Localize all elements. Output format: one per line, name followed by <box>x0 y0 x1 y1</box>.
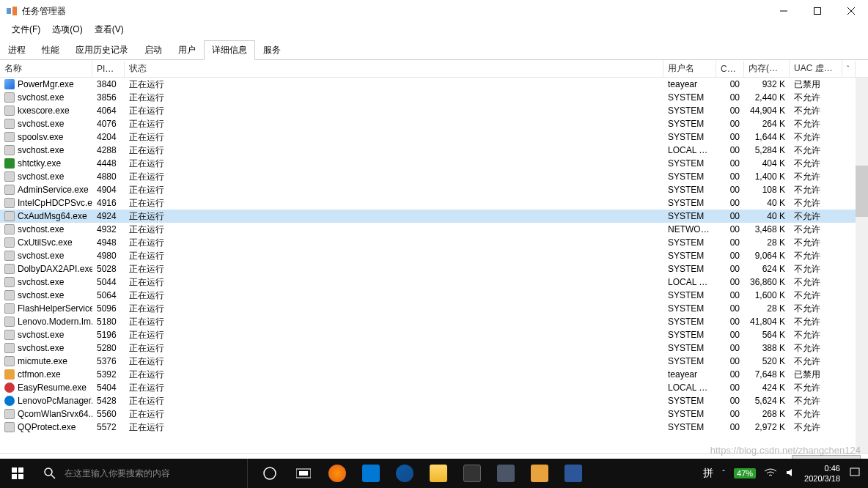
tab-app-history[interactable]: 应用历史记录 <box>67 40 136 60</box>
process-status: 正在运行 <box>125 196 663 210</box>
tab-details[interactable]: 详细信息 <box>204 40 255 60</box>
tab-services[interactable]: 服务 <box>255 40 289 60</box>
process-icon <box>4 158 15 169</box>
app-icon-2[interactable] <box>490 459 522 488</box>
process-name: svchost.exe <box>18 330 64 340</box>
store-icon[interactable] <box>355 459 387 488</box>
table-row[interactable]: micmute.exe5376正在运行SYSTEM00520 K不允许 <box>0 355 868 368</box>
col-header-status[interactable]: 状态 <box>125 60 663 78</box>
table-row[interactable]: QQProtect.exe5572正在运行SYSTEM002,972 K不允许 <box>0 421 868 434</box>
clock-time: 0:46 <box>804 463 840 473</box>
firefox-icon[interactable] <box>321 459 353 488</box>
vertical-scrollbar[interactable] <box>856 78 868 453</box>
process-user: SYSTEM <box>663 408 716 420</box>
tab-processes[interactable]: 进程 <box>0 40 34 60</box>
taskview-icon[interactable] <box>287 459 320 488</box>
svg-rect-6 <box>12 467 17 473</box>
table-row[interactable]: svchost.exe4076正在运行SYSTEM00264 K不允许 <box>0 117 868 130</box>
table-row[interactable]: svchost.exe4288正在运行LOCAL SE...005,284 K不… <box>0 144 868 157</box>
process-user: SYSTEM <box>663 158 716 169</box>
cortana-icon[interactable] <box>254 459 286 488</box>
col-header-name[interactable]: 名称 <box>0 60 92 78</box>
taskbar-search[interactable]: 在这里输入你要搜索的内容 <box>35 459 248 488</box>
start-button[interactable] <box>0 459 35 488</box>
table-row[interactable]: shtctky.exe4448正在运行SYSTEM00404 K不允许 <box>0 157 868 170</box>
maximize-button[interactable] <box>801 0 834 22</box>
process-icon <box>4 211 15 221</box>
table-row[interactable]: svchost.exe4880正在运行SYSTEM001,400 K不允许 <box>0 170 868 183</box>
process-name: CxAudMsg64.exe <box>18 211 87 221</box>
table-row[interactable]: PowerMgr.exe3840正在运行teayear00932 K已禁用 <box>0 78 868 91</box>
table-row[interactable]: ctfmon.exe5392正在运行teayear007,648 K已禁用 <box>0 368 868 381</box>
taskbar-apps <box>248 459 696 488</box>
process-cpu: 00 <box>716 250 744 262</box>
table-row[interactable]: spoolsv.exe4204正在运行SYSTEM001,644 K不允许 <box>0 130 868 144</box>
scrollbar-thumb[interactable] <box>856 166 868 217</box>
table-row[interactable]: FlashHelperService...5096正在运行SYSTEM0028 … <box>0 302 868 315</box>
process-icon <box>4 132 15 142</box>
process-user: SYSTEM <box>663 250 716 262</box>
process-cpu: 00 <box>716 197 744 209</box>
menu-view[interactable]: 查看(V) <box>89 22 130 37</box>
table-row[interactable]: kxescore.exe4064正在运行SYSTEM0044,904 K不允许 <box>0 104 868 117</box>
tab-performance[interactable]: 性能 <box>34 40 67 60</box>
table-row[interactable]: svchost.exe5280正在运行SYSTEM00388 K不允许 <box>0 341 868 355</box>
col-header-uac[interactable]: UAC 虚拟化 <box>790 60 842 78</box>
app-icon-4[interactable] <box>557 459 589 488</box>
app-icon-3[interactable] <box>523 459 556 488</box>
process-name: svchost.exe <box>18 119 64 129</box>
process-status: 正在运行 <box>125 421 663 435</box>
process-icon <box>4 198 15 208</box>
table-row[interactable]: svchost.exe5196正在运行SYSTEM00564 K不允许 <box>0 328 868 341</box>
table-row[interactable]: IntelCpHDCPSvc.exe4916正在运行SYSTEM0040 K不允… <box>0 196 868 210</box>
table-row[interactable]: LenovoPcManager...5428正在运行SYSTEM005,624 … <box>0 394 868 407</box>
col-header-cpu[interactable]: CPU <box>716 61 744 77</box>
app-icon-1[interactable] <box>456 459 488 488</box>
col-header-memory[interactable]: 内存(活动... <box>744 60 790 78</box>
process-cpu: 00 <box>716 369 744 380</box>
edge-icon[interactable] <box>389 459 421 488</box>
table-row[interactable]: DolbyDAX2API.exe5028正在运行SYSTEM00624 K不允许 <box>0 262 868 276</box>
notification-icon[interactable] <box>849 467 861 480</box>
process-cpu: 00 <box>716 329 744 341</box>
minimize-button[interactable] <box>767 0 801 22</box>
menu-file[interactable]: 文件(F) <box>6 22 46 37</box>
table-row[interactable]: Lenovo.Modern.Im...5180正在运行SYSTEM0041,80… <box>0 315 868 328</box>
table-row[interactable]: svchost.exe3856正在运行SYSTEM002,440 K不允许 <box>0 91 868 104</box>
tab-users[interactable]: 用户 <box>170 40 204 60</box>
process-icon <box>4 171 15 182</box>
table-row[interactable]: svchost.exe4980正在运行SYSTEM009,064 K不允许 <box>0 249 868 262</box>
tab-startup[interactable]: 启动 <box>136 40 170 60</box>
wifi-icon[interactable] <box>765 468 776 478</box>
sort-asc-icon <box>114 68 120 72</box>
clock[interactable]: 0:46 2020/3/18 <box>804 463 840 484</box>
svg-rect-1 <box>12 7 17 15</box>
table-row[interactable]: svchost.exe4932正在运行NETWOR...003,468 K不允许 <box>0 223 868 236</box>
svg-rect-15 <box>850 468 859 476</box>
svg-rect-14 <box>299 471 308 476</box>
table-body[interactable]: PowerMgr.exe3840正在运行teayear00932 K已禁用svc… <box>0 78 868 453</box>
close-button[interactable] <box>834 0 868 22</box>
process-name: spoolsv.exe <box>18 132 63 142</box>
col-header-pid[interactable]: PID <box>92 61 125 77</box>
process-table: 名称 PID 状态 用户名 CPU 内存(活动... UAC 虚拟化 ˆ Pow… <box>0 60 868 453</box>
col-header-user[interactable]: 用户名 <box>663 60 716 78</box>
process-icon <box>4 79 15 89</box>
process-memory: 28 K <box>744 237 790 248</box>
process-uac: 不允许 <box>790 183 842 197</box>
battery-indicator[interactable]: 47% <box>734 468 756 478</box>
menu-options[interactable]: 选项(O) <box>46 22 88 37</box>
process-name: AdminService.exe <box>18 185 89 195</box>
table-row[interactable]: QcomWlanSrvx64....5560正在运行SYSTEM00268 K不… <box>0 407 868 421</box>
ime-indicator[interactable]: 拼 <box>703 467 713 480</box>
explorer-icon[interactable] <box>422 459 455 488</box>
table-row[interactable]: AdminService.exe4904正在运行SYSTEM00108 K不允许 <box>0 183 868 196</box>
table-row[interactable]: svchost.exe5044正在运行LOCAL SE...0036,860 K… <box>0 276 868 289</box>
tray-chevron-icon[interactable]: ˆ <box>722 469 725 478</box>
table-row[interactable]: CxAudMsg64.exe4924正在运行SYSTEM0040 K不允许 <box>0 210 868 223</box>
table-row[interactable]: svchost.exe5064正在运行SYSTEM001,600 K不允许 <box>0 289 868 302</box>
process-uac: 不允许 <box>790 130 842 144</box>
table-row[interactable]: EasyResume.exe5404正在运行LOCAL SE...00424 K… <box>0 381 868 394</box>
volume-icon[interactable] <box>785 467 795 479</box>
table-row[interactable]: CxUtilSvc.exe4948正在运行SYSTEM0028 K不允许 <box>0 236 868 249</box>
